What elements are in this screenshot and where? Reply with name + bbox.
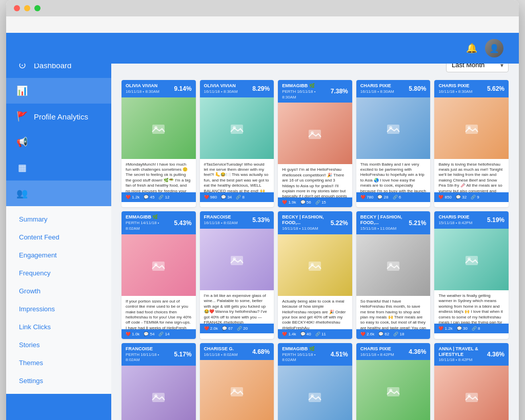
post-stat: ❤️ 2.6k bbox=[360, 332, 374, 336]
post-card-image bbox=[278, 366, 352, 420]
post-card-image bbox=[200, 97, 274, 159]
competitor-analytics-icon: ▦ bbox=[16, 162, 28, 173]
post-card-rate: 5.43% bbox=[174, 219, 192, 227]
post-card-image bbox=[122, 234, 196, 296]
sidebar-item-label: Profile Analytics bbox=[34, 112, 88, 121]
sidebar-sub-settings[interactable]: Settings bbox=[6, 372, 111, 390]
post-stat: ❤️ 1.0k bbox=[126, 332, 139, 336]
post-card-rate: 5.17% bbox=[174, 351, 192, 358]
post-card-footer: ❤️ 850💬 32🔗 9 bbox=[434, 192, 509, 202]
post-card-user: EMMAGIBB 🌿PERTH 14/11/18 • 8:02am bbox=[126, 214, 174, 231]
post-card-text: So thankful that I have HelloFreshau thi… bbox=[356, 296, 431, 329]
post-stat: ❤️ 1.9k bbox=[282, 200, 296, 205]
post-card-footer: ❤️ 1.2k💬 30🔗 8 bbox=[434, 324, 509, 333]
post-card-footer: ❤️ 1.9k💬 56🔗 15 bbox=[278, 197, 352, 207]
post-card-footer: ❤️ 780💬 28🔗 6 bbox=[356, 192, 431, 202]
post-card-user: BECKY | Fashion, Food,...15/11/18 • 11:0… bbox=[360, 214, 409, 231]
post-stat: 🔗 20 bbox=[237, 326, 248, 331]
minimize-dot[interactable] bbox=[24, 5, 30, 11]
post-card-user: Olivia Vivian16/11/18 • 8:30am bbox=[204, 83, 238, 94]
post-card-user: Olivia Vivian16/11/18 • 8:30am bbox=[126, 83, 159, 94]
post-stat: 🔗 9 bbox=[471, 195, 479, 199]
post-card[interactable]: FRANCOISEPERTH 16/11/18 • 8:02am 5.17% T… bbox=[122, 343, 196, 420]
post-card-image bbox=[434, 97, 509, 159]
post-card-footer: ❤️ 1.2k💬 45🔗 12 bbox=[122, 192, 196, 202]
post-card-text: Bailey is loving these hellofreshau meal… bbox=[434, 159, 509, 192]
influencer-analytics-icon: 👥 bbox=[16, 188, 28, 199]
post-card[interactable]: Charis Pixie16/11/18 • 8:30am 5.62% Bail… bbox=[434, 80, 509, 207]
post-card-text: If your portion sizes are out of control… bbox=[122, 296, 196, 329]
post-stat: 🔗 6 bbox=[393, 195, 401, 199]
post-card[interactable]: Charis Pixie16/11/18 • 8:42pm 4.36% Bail… bbox=[356, 343, 431, 420]
post-stat: 🔗 8 bbox=[236, 195, 245, 199]
post-card[interactable]: Charis Pixie15/11/18 • 8:42pm 5.19% The … bbox=[434, 211, 509, 338]
header-right: 🔔 👤 bbox=[466, 39, 509, 57]
post-card-text: #MondayMunch! I have too much fun with c… bbox=[122, 159, 196, 192]
post-card[interactable]: Anna | Travel & Lifestyle16/11/18 • 8:42… bbox=[434, 343, 509, 420]
post-card[interactable]: Olivia Vivian16/11/18 • 8:30am 9.14% #Mo… bbox=[122, 80, 196, 207]
post-card-rate: 4.36% bbox=[487, 351, 504, 358]
sidebar-sub-link-clicks[interactable]: Link Clicks bbox=[6, 318, 111, 336]
avatar: 👤 bbox=[485, 39, 503, 57]
avatar-image: 👤 bbox=[485, 39, 503, 57]
post-card[interactable]: EMMAGIBB 🌿PERTH 16/11/18 • 8:02am 4.51% … bbox=[278, 343, 352, 420]
sidebar-sub-frequency[interactable]: Frequency bbox=[6, 264, 111, 282]
sidebar-item-profile-analytics[interactable]: 🚩 Profile Analytics bbox=[6, 104, 111, 129]
post-stat: ❤️ 850 bbox=[438, 195, 452, 199]
sidebar-sub-themes[interactable]: Themes bbox=[6, 354, 111, 372]
account-menu[interactable]: 👤 bbox=[485, 39, 509, 57]
sidebar-item-reports[interactable]: 📊 bbox=[6, 78, 111, 104]
post-stat: 🔗 11 bbox=[315, 332, 326, 336]
post-card-rate: 5.19% bbox=[487, 216, 504, 224]
post-card[interactable]: FRANCOISE16/11/18 • 8:02am 5.33% I'm a b… bbox=[200, 211, 274, 338]
post-card-user: EMMAGIBB 🌿PERTH 16/11/18 • 8:02am bbox=[282, 346, 331, 363]
post-card-header: BECKY | Fashion, Food,...16/11/18 • 11:0… bbox=[278, 211, 352, 234]
post-card-rate: 8.29% bbox=[252, 85, 270, 92]
post-card[interactable]: Olivia Vivian16/11/18 • 8:30am 8.29% #Ta… bbox=[200, 80, 274, 207]
post-card-user: Charis Pixie16/11/18 • 8:30am bbox=[438, 83, 472, 94]
sidebar-item-ads-analytics[interactable]: 📢 bbox=[6, 129, 111, 155]
post-card[interactable]: EMMAGIBB 🌿PERTH 16/11/18 • 8:30am 7.38% … bbox=[278, 80, 352, 207]
posts-grid: Olivia Vivian16/11/18 • 8:30am 9.14% #Mo… bbox=[122, 80, 509, 420]
post-stat: 💬 32 bbox=[456, 195, 467, 199]
content-area: Last Week Last Month Last 3 Months Last … bbox=[111, 47, 519, 420]
post-card[interactable]: BECKY | Fashion, Food,...16/11/18 • 11:0… bbox=[278, 211, 352, 338]
post-card-rate: 4.51% bbox=[331, 351, 348, 358]
post-card-image bbox=[356, 360, 431, 420]
post-card-header: Olivia Vivian16/11/18 • 8:30am 8.29% bbox=[200, 80, 274, 97]
sidebar-sub-growth[interactable]: Growth bbox=[6, 282, 111, 300]
post-card-rate: 5.22% bbox=[331, 219, 348, 227]
post-stat: 🔗 18 bbox=[393, 332, 404, 336]
sidebar-sub-stories[interactable]: Stories bbox=[6, 336, 111, 354]
reports-icon: 📊 bbox=[16, 85, 28, 96]
browser-chrome bbox=[6, 0, 519, 16]
post-card-header: FRANCOISE16/11/18 • 8:02am 5.33% bbox=[200, 211, 274, 229]
close-dot[interactable] bbox=[14, 5, 20, 11]
post-card-footer: ❤️ 980💬 34🔗 8 bbox=[200, 192, 274, 202]
post-card-header: Charis Pixie16/11/18 • 8:30am 5.62% bbox=[434, 80, 509, 97]
post-stat: 💬 62 bbox=[378, 332, 389, 336]
sidebar-sub-content-feed[interactable]: Content Feed bbox=[6, 228, 111, 246]
post-card[interactable]: CHARISSE G.16/11/18 • 8:02am 4.68% Alway… bbox=[200, 343, 274, 420]
post-card[interactable]: EMMAGIBB 🌿PERTH 14/11/18 • 8:02am 5.43% … bbox=[122, 211, 196, 338]
notification-bell-icon[interactable]: 🔔 bbox=[466, 43, 477, 54]
post-stat: 💬 28 bbox=[377, 195, 388, 199]
maximize-dot[interactable] bbox=[34, 5, 41, 11]
sidebar-sub-impressions[interactable]: Impressions bbox=[6, 300, 111, 318]
ads-analytics-icon: 📢 bbox=[16, 136, 28, 148]
post-stat: 💬 54 bbox=[144, 332, 154, 336]
post-card-footer: ❤️ 2.0k💬 67🔗 20 bbox=[200, 324, 274, 333]
post-card-image bbox=[200, 360, 274, 420]
post-stat: 💬 34 bbox=[221, 195, 232, 199]
post-card-user: Anna | Travel & Lifestyle16/11/18 • 8:42… bbox=[438, 346, 487, 363]
sidebar-sub-engagement[interactable]: Engagement bbox=[6, 246, 111, 264]
post-card[interactable]: BECKY | Fashion, Food,...15/11/18 • 11:0… bbox=[356, 211, 431, 338]
sidebar-sub-summary[interactable]: Summary bbox=[6, 210, 111, 228]
post-card-text: This month Bailey and I are very excited… bbox=[356, 159, 431, 192]
sidebar-item-competitor-analytics[interactable]: ▦ bbox=[6, 155, 111, 181]
sidebar-item-influencer-analytics[interactable]: 👥 bbox=[6, 181, 111, 206]
post-card-rate: 4.68% bbox=[252, 348, 270, 355]
post-stat: ❤️ 780 bbox=[360, 195, 374, 199]
post-card[interactable]: Charis Pixie16/11/18 • 8:30am 5.80% This… bbox=[356, 80, 431, 207]
post-card-user: EMMAGIBB 🌿PERTH 16/11/18 • 8:30am bbox=[282, 83, 331, 99]
